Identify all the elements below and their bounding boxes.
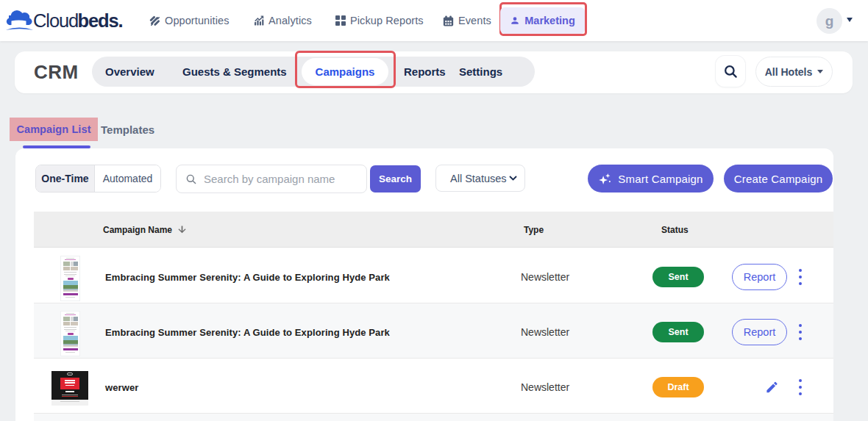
svg-text:beds.: beds. [78,10,123,31]
svg-text:Cloud: Cloud [33,10,78,31]
